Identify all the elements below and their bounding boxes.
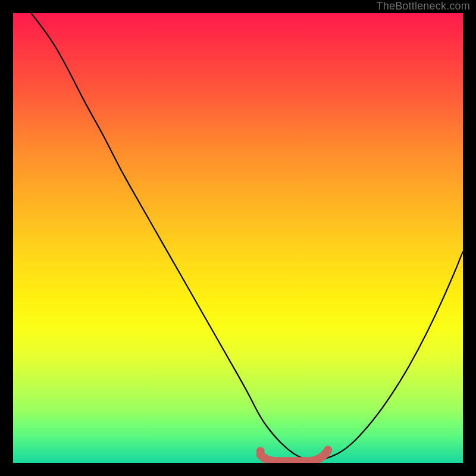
bottleneck-curve xyxy=(31,13,463,460)
sweet-spot-start-dot xyxy=(256,447,265,455)
watermark-label: TheBottleneck.com xyxy=(377,0,470,12)
chart-container: TheBottleneck.com xyxy=(0,0,476,476)
sweet-spot-band xyxy=(261,450,328,461)
plot-area xyxy=(13,13,463,463)
bottleneck-curve-svg xyxy=(13,13,463,463)
